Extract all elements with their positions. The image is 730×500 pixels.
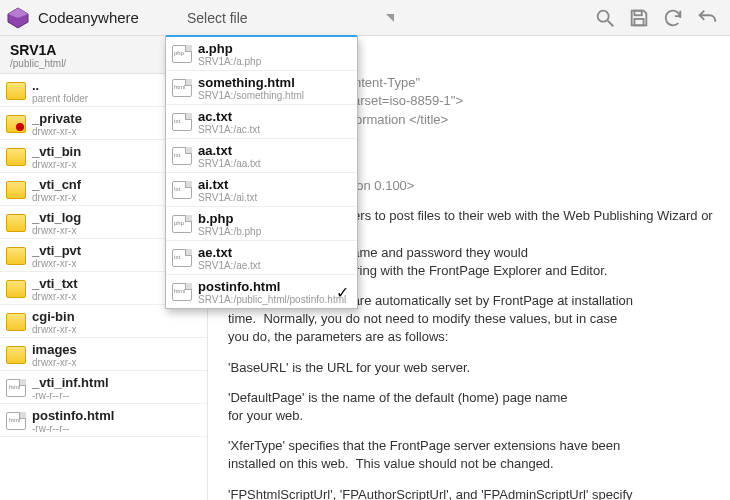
- dropdown-item[interactable]: txtai.txtSRV1A:/ai.txt: [166, 173, 357, 207]
- tree-item-name: ..: [32, 78, 88, 93]
- dropdown-file-path: SRV1A:/aa.txt: [198, 158, 261, 169]
- svg-point-2: [598, 10, 609, 21]
- tree-item-perm: drwxr-xr-x: [32, 159, 81, 170]
- file-icon: php: [172, 215, 192, 233]
- folder-icon: [6, 280, 26, 298]
- folder-icon: [6, 346, 26, 364]
- file-icon: php: [172, 45, 192, 63]
- tree-item-name: _private: [32, 111, 82, 126]
- folder-icon: [6, 247, 26, 265]
- code-paragraph: 'BaseURL' is the URL for your web server…: [228, 359, 716, 377]
- select-file-spinner[interactable]: Select file: [179, 6, 256, 30]
- dropdown-file-path: SRV1A:/ai.txt: [198, 192, 257, 203]
- tree-item-name: cgi-bin: [32, 309, 76, 324]
- tree-item-name: _vti_log: [32, 210, 81, 225]
- undo-icon[interactable]: [690, 1, 724, 35]
- tree-item-perm: drwxr-xr-x: [32, 357, 77, 368]
- tree-item-perm: -rw-r--r--: [32, 423, 114, 434]
- dropdown-file-path: SRV1A:/ac.txt: [198, 124, 260, 135]
- tree-item-name: _vti_inf.html: [32, 375, 109, 390]
- dropdown-file-name: b.php: [198, 211, 261, 226]
- dropdown-file-name: a.php: [198, 41, 261, 56]
- app-logo-icon: [6, 6, 30, 30]
- file-icon: txt: [172, 249, 192, 267]
- app-title: Codeanywhere: [38, 9, 139, 26]
- folder-icon: [6, 214, 26, 232]
- code-paragraph: 'DefaultPage' is the name of the default…: [228, 389, 716, 425]
- file-icon: txt: [172, 113, 192, 131]
- file-icon: txt: [172, 147, 192, 165]
- dropdown-item[interactable]: txtaa.txtSRV1A:/aa.txt: [166, 139, 357, 173]
- file-icon: html: [172, 283, 192, 301]
- tree-item-name: _vti_txt: [32, 276, 78, 291]
- folder-icon: [6, 115, 26, 133]
- dropdown-file-path: SRV1A:/a.php: [198, 56, 261, 67]
- dropdown-file-path: SRV1A:/something.html: [198, 90, 304, 101]
- dropdown-file-name: ae.txt: [198, 245, 261, 260]
- folder-icon: [6, 181, 26, 199]
- svg-rect-5: [634, 18, 643, 24]
- dropdown-file-name: postinfo.html: [198, 279, 346, 294]
- search-icon[interactable]: [588, 1, 622, 35]
- dropdown-file-path: SRV1A:/ae.txt: [198, 260, 261, 271]
- tree-item[interactable]: _vti_inf.html-rw-r--r--: [0, 371, 207, 404]
- tree-item-perm: drwxr-xr-x: [32, 258, 81, 269]
- tree-item[interactable]: postinfo.html-rw-r--r--: [0, 404, 207, 437]
- tree-item-name: images: [32, 342, 77, 357]
- tree-item-perm: drwxr-xr-x: [32, 291, 78, 302]
- dropdown-file-name: aa.txt: [198, 143, 261, 158]
- spinner-dropdown-indicator-icon: [386, 14, 394, 22]
- dropdown-item[interactable]: phpa.phpSRV1A:/a.php: [166, 37, 357, 71]
- tree-item-perm: parent folder: [32, 93, 88, 104]
- file-icon: txt: [172, 181, 192, 199]
- svg-line-3: [608, 20, 614, 26]
- dropdown-item[interactable]: txtac.txtSRV1A:/ac.txt: [166, 105, 357, 139]
- folder-icon: [6, 313, 26, 331]
- code-paragraph: 'XferType' specifies that the FrontPage …: [228, 437, 716, 473]
- file-icon: [6, 412, 26, 430]
- tree-item-perm: drwxr-xr-x: [32, 126, 82, 137]
- tree-item[interactable]: imagesdrwxr-xr-x: [0, 338, 207, 371]
- tree-item-name: _vti_cnf: [32, 177, 81, 192]
- dropdown-file-name: something.html: [198, 75, 304, 90]
- dropdown-file-name: ai.txt: [198, 177, 257, 192]
- tree-item-perm: drwxr-xr-x: [32, 192, 81, 203]
- dropdown-file-path: SRV1A:/b.php: [198, 226, 261, 237]
- dropdown-item[interactable]: htmlsomething.htmlSRV1A:/something.html: [166, 71, 357, 105]
- tree-item-name: postinfo.html: [32, 408, 114, 423]
- save-icon[interactable]: [622, 1, 656, 35]
- tree-item[interactable]: cgi-bindrwxr-xr-x: [0, 305, 207, 338]
- folder-icon: [6, 82, 26, 100]
- file-icon: [6, 379, 26, 397]
- dropdown-file-path: SRV1A:/public_html/postinfo.html: [198, 294, 346, 305]
- refresh-icon[interactable]: [656, 1, 690, 35]
- dropdown-item[interactable]: phpb.phpSRV1A:/b.php: [166, 207, 357, 241]
- checkmark-icon: ✓: [336, 282, 349, 301]
- code-paragraph: 'FPShtmlScriptUrl', 'FPAuthorScriptUrl',…: [228, 486, 716, 500]
- toolbar: Codeanywhere Select file: [0, 0, 730, 36]
- tree-item-name: _vti_bin: [32, 144, 81, 159]
- folder-icon: [6, 148, 26, 166]
- dropdown-file-name: ac.txt: [198, 109, 260, 124]
- tree-item-name: _vti_pvt: [32, 243, 81, 258]
- tree-item-perm: -rw-r--r--: [32, 390, 109, 401]
- file-icon: html: [172, 79, 192, 97]
- svg-rect-4: [634, 10, 641, 15]
- dropdown-item[interactable]: htmlpostinfo.htmlSRV1A:/public_html/post…: [166, 275, 357, 308]
- tree-item-perm: drwxr-xr-x: [32, 225, 81, 236]
- tree-item-perm: drwxr-xr-x: [32, 324, 76, 335]
- open-files-dropdown[interactable]: phpa.phpSRV1A:/a.phphtmlsomething.htmlSR…: [165, 36, 358, 309]
- dropdown-item[interactable]: txtae.txtSRV1A:/ae.txt: [166, 241, 357, 275]
